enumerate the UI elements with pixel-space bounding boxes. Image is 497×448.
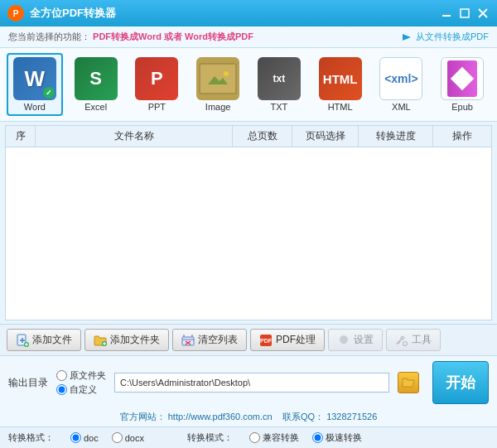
- svg-text:P: P: [13, 9, 19, 18]
- tool-excel[interactable]: S Excel: [68, 54, 124, 115]
- pdf-icon: PDF: [259, 334, 273, 347]
- tools-icon: [395, 334, 408, 347]
- col-seq: 序: [6, 126, 36, 147]
- tool-ppt[interactable]: P PPT: [129, 54, 186, 115]
- maximize-button[interactable]: [457, 6, 472, 21]
- svg-point-9: [224, 71, 229, 76]
- format-row: 转换格式： doc docx 转换模式： 兼容转换 极速转换: [0, 426, 497, 448]
- tool-xml[interactable]: <xml> XML: [374, 54, 430, 115]
- svg-text:PDF: PDF: [260, 338, 273, 344]
- format-doc[interactable]: doc: [70, 432, 99, 443]
- bottom-toolbar: 添加文件 添加文件夹 清空列表: [0, 324, 497, 356]
- table-header: 序 文件名称 总页数 页码选择 转换进度 操作: [6, 126, 491, 147]
- col-action: 操作: [433, 126, 491, 147]
- site-label: 官方网站：: [120, 412, 166, 422]
- radio-original-input[interactable]: [56, 370, 67, 381]
- contact-label: 联系QQ：: [282, 412, 324, 422]
- minimize-button[interactable]: [439, 6, 454, 21]
- add-folder-button[interactable]: 添加文件夹: [84, 329, 169, 351]
- folder-open-icon: [402, 377, 415, 388]
- settings-button[interactable]: 设置: [328, 329, 383, 351]
- mode-gentle[interactable]: 兼容转换: [249, 431, 299, 444]
- subtitle-bar: 您当前选择的功能： PDF转换成Word 或者 Word转换成PDF 从文件转换…: [0, 26, 497, 48]
- image-preview-icon: [205, 68, 231, 89]
- convert-from-file-link[interactable]: 从文件转换成PDF: [401, 31, 489, 43]
- output-path-input[interactable]: [114, 373, 389, 393]
- svg-rect-19: [182, 337, 194, 345]
- tool-epub[interactable]: Epub: [434, 54, 490, 115]
- icon-toolbar: W ✓ Word S Excel P PPT: [0, 48, 497, 122]
- format-doc-input[interactable]: [70, 432, 81, 443]
- clear-icon: [181, 334, 195, 347]
- add-file-icon: [16, 334, 29, 347]
- mode-extreme-input[interactable]: [312, 432, 323, 443]
- radio-custom-input[interactable]: [56, 384, 67, 395]
- app-title: 全方位PDF转换器: [30, 6, 439, 21]
- col-pages: 总页数: [233, 126, 292, 147]
- svg-rect-7: [205, 68, 231, 89]
- arrow-icon: [401, 31, 413, 43]
- tool-word[interactable]: W ✓ Word: [7, 53, 63, 116]
- format-docx[interactable]: docx: [112, 432, 144, 443]
- file-table: 序 文件名称 总页数 页码选择 转换进度 操作: [5, 125, 492, 320]
- tool-txt[interactable]: txt TXT: [251, 54, 307, 115]
- tool-html[interactable]: HTML HTML: [312, 54, 369, 115]
- radio-custom[interactable]: 自定义: [56, 383, 106, 396]
- website-row: 官方网站： http://www.pdf360.com.cn 联系QQ： 132…: [0, 409, 497, 426]
- col-page-select: 页码选择: [292, 126, 359, 147]
- output-radio-group: 原文件夹 自定义: [56, 369, 106, 396]
- start-button[interactable]: 开始: [432, 361, 489, 404]
- pdf-process-button[interactable]: PDF PDF处理: [250, 329, 325, 351]
- tools-button[interactable]: 工具: [386, 329, 441, 351]
- titlebar: P 全方位PDF转换器: [0, 0, 497, 26]
- mode-gentle-input[interactable]: [249, 432, 260, 443]
- browse-folder-button[interactable]: [398, 372, 419, 393]
- add-file-button[interactable]: 添加文件: [7, 329, 81, 351]
- settings-icon: [337, 334, 350, 347]
- svg-point-28: [403, 341, 408, 345]
- col-filename: 文件名称: [36, 126, 233, 147]
- clear-list-button[interactable]: 清空列表: [172, 329, 247, 351]
- active-checkmark: ✓: [43, 87, 55, 99]
- format-label: 转换格式：: [8, 431, 54, 444]
- mode-label: 转换模式：: [187, 431, 233, 444]
- format-docx-input[interactable]: [112, 432, 123, 443]
- subtitle-text: 您当前选择的功能： PDF转换成Word 或者 Word转换成PDF: [8, 31, 253, 43]
- table-body: [6, 147, 491, 295]
- col-progress: 转换进度: [359, 126, 433, 147]
- mode-extreme[interactable]: 极速转换: [312, 431, 362, 444]
- close-button[interactable]: [475, 6, 490, 21]
- output-label: 输出目录: [8, 376, 48, 390]
- add-folder-icon: [94, 334, 107, 347]
- window-controls: [439, 6, 490, 21]
- app-logo: P: [7, 4, 25, 22]
- site-url[interactable]: http://www.pdf360.com.cn: [168, 412, 273, 422]
- qq-number: 1328271526: [326, 412, 377, 422]
- output-row: 输出目录 原文件夹 自定义 开始: [0, 356, 497, 409]
- tool-image[interactable]: Image: [190, 54, 246, 115]
- svg-marker-6: [403, 34, 411, 41]
- radio-original[interactable]: 原文件夹: [56, 369, 106, 382]
- svg-rect-3: [461, 9, 469, 17]
